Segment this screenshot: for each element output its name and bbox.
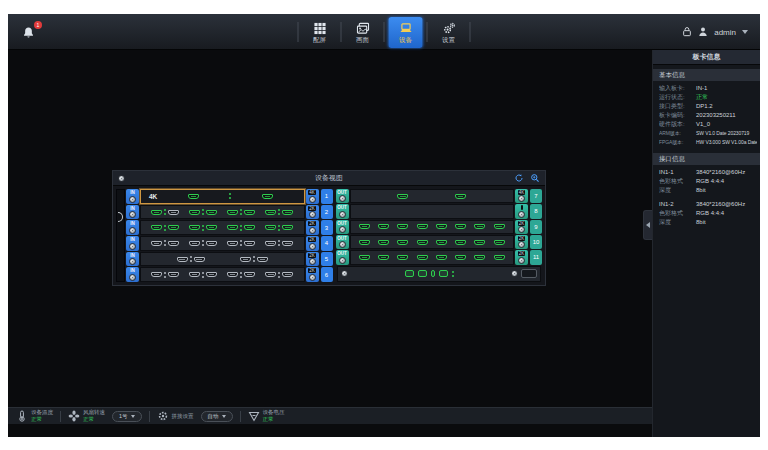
hdmi-port[interactable] [227, 210, 238, 215]
hdmi-port[interactable] [494, 240, 505, 245]
control-connector[interactable] [521, 269, 537, 278]
hdmi-port[interactable] [151, 272, 162, 277]
hdmi-port[interactable] [282, 210, 293, 215]
hdmi-port[interactable] [417, 255, 428, 260]
hdmi-port[interactable] [168, 225, 179, 230]
hdmi-port[interactable] [378, 240, 389, 245]
hdmi-port[interactable] [168, 210, 179, 215]
monitor-port-icon[interactable] [405, 270, 414, 277]
device-slot-8[interactable]: OUT8 [336, 204, 543, 218]
username-label[interactable]: admin [714, 28, 736, 37]
statusbar-dropdown[interactable]: 自动 [201, 411, 233, 422]
slot-number[interactable]: 11 [530, 250, 542, 264]
hdmi-port[interactable] [397, 255, 408, 260]
hdmi-port[interactable] [151, 225, 162, 230]
hdmi-port[interactable] [436, 224, 447, 229]
statusbar-dropdown[interactable]: 1号 [112, 411, 142, 422]
hdmi-port[interactable] [282, 225, 293, 230]
slot-number[interactable]: 7 [530, 189, 542, 203]
hdmi-port[interactable] [455, 194, 466, 199]
hdmi-port[interactable] [244, 272, 255, 277]
hdmi-port[interactable] [265, 272, 276, 277]
hdmi-port[interactable] [359, 255, 370, 260]
hdmi-port[interactable] [474, 224, 485, 229]
slot-number[interactable]: 2 [321, 205, 333, 220]
device-slot-7[interactable]: OUT4K7 [336, 189, 543, 203]
usb-port-icon[interactable] [439, 270, 448, 277]
hdmi-port[interactable] [257, 257, 268, 262]
device-slot-4[interactable]: IN2K4 [126, 236, 333, 251]
refresh-icon[interactable] [514, 173, 524, 183]
hdmi-port[interactable] [194, 257, 205, 262]
hdmi-port[interactable] [206, 225, 217, 230]
slot-number[interactable]: 8 [530, 204, 542, 218]
sidebar-collapse-tab[interactable] [643, 210, 652, 240]
device-slot-2[interactable]: IN2K2 [126, 205, 333, 220]
hdmi-port[interactable] [244, 241, 255, 246]
hdmi-port[interactable] [227, 241, 238, 246]
hdmi-port[interactable] [282, 272, 293, 277]
hdmi-port[interactable] [397, 194, 408, 199]
hdmi-port[interactable] [417, 240, 428, 245]
device-slot-1[interactable]: IN4K4K1 [126, 189, 333, 204]
hdmi-port[interactable] [436, 255, 447, 260]
hdmi-port[interactable] [455, 255, 466, 260]
hdmi-port[interactable] [227, 225, 238, 230]
slot-number[interactable]: 1 [321, 189, 333, 204]
hdmi-port[interactable] [168, 272, 179, 277]
hdmi-port[interactable] [151, 210, 162, 215]
hdmi-port[interactable] [265, 210, 276, 215]
hdmi-port[interactable] [177, 257, 188, 262]
device-slot-9[interactable]: OUT2K9 [336, 220, 543, 234]
hdmi-port[interactable] [397, 224, 408, 229]
hdmi-port[interactable] [206, 241, 217, 246]
hdmi-port[interactable] [378, 255, 389, 260]
hdmi-port[interactable] [151, 241, 162, 246]
device-slot-5[interactable]: IN2K5 [126, 252, 333, 267]
hdmi-port[interactable] [494, 255, 505, 260]
hdmi-port[interactable] [189, 225, 200, 230]
slot-number[interactable]: 5 [321, 252, 333, 267]
hdmi-port[interactable] [244, 210, 255, 215]
hdmi-port[interactable] [359, 240, 370, 245]
hdmi-port[interactable] [265, 225, 276, 230]
hdmi-port[interactable] [227, 272, 238, 277]
hdmi-port[interactable] [206, 272, 217, 277]
hdmi-port[interactable] [282, 241, 293, 246]
hdmi-port[interactable] [359, 224, 370, 229]
device-slot-6[interactable]: IN2K6 [126, 267, 333, 282]
hdmi-port[interactable] [378, 224, 389, 229]
hdmi-port[interactable] [417, 224, 428, 229]
slot-number[interactable]: 9 [530, 220, 542, 234]
bar-port-icon[interactable] [431, 270, 435, 277]
device-slot-3[interactable]: IN2K3 [126, 220, 333, 235]
tab-screen[interactable]: 配屏 [303, 17, 337, 48]
hdmi-port[interactable] [455, 224, 466, 229]
tab-device[interactable]: 设备 [389, 17, 423, 48]
hdmi-port[interactable] [168, 241, 179, 246]
hdmi-port[interactable] [494, 224, 505, 229]
hdmi-port[interactable] [474, 255, 485, 260]
slot-number[interactable]: 10 [530, 235, 542, 249]
hdmi-port[interactable] [474, 240, 485, 245]
hdmi-port[interactable] [262, 194, 273, 199]
hdmi-port[interactable] [189, 241, 200, 246]
hdmi-port[interactable] [188, 194, 199, 199]
device-slot-11[interactable]: OUT2K11 [336, 250, 543, 264]
zoom-in-icon[interactable] [530, 173, 540, 183]
hdmi-port[interactable] [206, 210, 217, 215]
hdmi-port[interactable] [244, 225, 255, 230]
hdmi-port[interactable] [436, 240, 447, 245]
device-slot-10[interactable]: OUT2K10 [336, 235, 543, 249]
tab-settings[interactable]: 设置 [432, 17, 466, 48]
hdmi-port[interactable] [240, 257, 251, 262]
hdmi-port[interactable] [397, 240, 408, 245]
slot-number[interactable]: 4 [321, 236, 333, 251]
hdmi-port[interactable] [455, 240, 466, 245]
hdmi-port[interactable] [189, 210, 200, 215]
hdmi-port[interactable] [265, 241, 276, 246]
monitor-port-icon[interactable] [418, 270, 427, 277]
hdmi-port[interactable] [189, 272, 200, 277]
slot-number[interactable]: 3 [321, 220, 333, 235]
notification-bell-button[interactable]: 1 [22, 22, 40, 42]
